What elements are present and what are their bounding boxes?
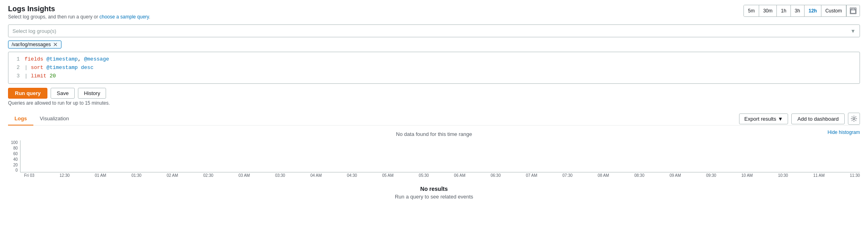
query-line-1-content: fields @timestamp, @message xyxy=(25,55,109,64)
x-label-0530: 05:30 xyxy=(419,173,429,178)
log-group-selector[interactable]: Select log group(s) ▼ xyxy=(8,24,860,37)
remove-tag-button[interactable]: ✕ xyxy=(53,42,58,47)
x-label-0230: 02:30 xyxy=(203,173,213,178)
hide-histogram-link[interactable]: Hide histogram xyxy=(827,130,860,135)
time-range-bar: 5m 30m 1h 3h 12h Custom xyxy=(743,5,860,17)
export-results-button[interactable]: Export results ▼ xyxy=(739,113,788,124)
save-button[interactable]: Save xyxy=(51,88,75,99)
query-line-3: 3 | limit 20 xyxy=(13,72,855,81)
dropdown-arrow-icon: ▼ xyxy=(850,28,856,34)
y-label-100: 100 xyxy=(11,140,18,145)
tabs-right: Export results ▼ Add to dashboard xyxy=(739,113,860,125)
y-axis: 100 80 60 40 20 0 xyxy=(8,140,20,172)
subtitle: Select log groups, and then run a query … xyxy=(8,14,150,20)
x-label-03am: 03 AM xyxy=(239,173,250,178)
time-5m[interactable]: 5m xyxy=(744,5,759,16)
calendar-icon xyxy=(850,8,856,14)
x-label-0830: 08:30 xyxy=(634,173,644,178)
x-label-1230: 12:30 xyxy=(59,173,69,178)
log-group-placeholder: Select log group(s) xyxy=(12,28,56,34)
x-label-fri03: Fri 03 xyxy=(24,173,35,178)
line-number-2: 2 xyxy=(13,64,20,72)
y-label-40: 40 xyxy=(13,157,18,162)
y-label-0: 0 xyxy=(15,168,18,172)
y-label-60: 60 xyxy=(13,152,18,156)
no-data-message: No data found for this time range xyxy=(8,130,860,140)
export-results-label: Export results xyxy=(744,116,776,122)
query-note: Queries are allowed to run for up to 15 … xyxy=(8,100,860,106)
calendar-button[interactable] xyxy=(846,5,860,16)
run-query-button[interactable]: Run query xyxy=(8,88,47,99)
x-label-0930: 09:30 xyxy=(706,173,716,178)
tabs-row: Logs Visualization Export results ▼ Add … xyxy=(8,112,860,126)
y-label-80: 80 xyxy=(13,146,18,150)
query-line-1: 1 fields @timestamp, @message xyxy=(13,55,855,64)
log-group-tag: /var/log/messages ✕ xyxy=(8,40,61,49)
x-label-11am: 11 AM xyxy=(813,173,825,178)
header-row: Logs Insights Select log groups, and the… xyxy=(8,5,860,20)
no-results-title: No results xyxy=(8,186,860,192)
query-line-2-content: | sort @timestamp desc xyxy=(25,64,94,72)
tab-visualization[interactable]: Visualization xyxy=(33,112,76,126)
query-line-3-content: | limit 20 xyxy=(25,72,56,81)
line-number-1: 1 xyxy=(13,55,20,64)
chart-wrapper: 100 80 60 40 20 0 xyxy=(8,140,860,172)
x-label-01am: 01 AM xyxy=(95,173,106,178)
x-label-05am: 05 AM xyxy=(382,173,394,178)
sample-query-link[interactable]: choose a sample query xyxy=(100,14,149,20)
page-container: Logs Insights Select log groups, and the… xyxy=(0,0,868,247)
x-label-1130: 11:30 xyxy=(850,173,860,178)
export-dropdown-icon: ▼ xyxy=(778,116,783,122)
x-label-02am: 02 AM xyxy=(167,173,178,178)
histogram-container: No data found for this time range Hide h… xyxy=(8,126,860,178)
gear-icon xyxy=(851,115,857,122)
x-label-04am: 04 AM xyxy=(310,173,322,178)
x-label-09am: 09 AM xyxy=(670,173,681,178)
svg-point-4 xyxy=(853,118,855,120)
chart-plot xyxy=(20,140,860,172)
settings-button[interactable] xyxy=(848,113,860,125)
log-group-tags: /var/log/messages ✕ xyxy=(8,40,860,49)
svg-rect-0 xyxy=(851,9,856,13)
x-label-10am: 10 AM xyxy=(741,173,753,178)
x-label-07am: 07 AM xyxy=(526,173,537,178)
x-axis-labels: Fri 03 12:30 01 AM 01:30 02 AM 02:30 03 … xyxy=(24,172,860,178)
x-label-0430: 04:30 xyxy=(347,173,357,178)
history-button[interactable]: History xyxy=(78,88,106,99)
no-results-subtitle: Run a query to see related events xyxy=(8,194,860,200)
add-to-dashboard-button[interactable]: Add to dashboard xyxy=(791,113,845,124)
x-label-0630: 06:30 xyxy=(490,173,500,178)
title-block: Logs Insights Select log groups, and the… xyxy=(8,5,150,20)
tab-logs[interactable]: Logs xyxy=(8,112,33,126)
buttons-row: Run query Save History xyxy=(8,88,860,99)
x-label-1030: 10:30 xyxy=(778,173,788,178)
time-12h[interactable]: 12h xyxy=(805,5,821,16)
time-3h[interactable]: 3h xyxy=(791,5,805,16)
y-label-20: 20 xyxy=(13,163,18,167)
no-results: No results Run a query to see related ev… xyxy=(8,178,860,208)
x-label-06am: 06 AM xyxy=(454,173,465,178)
line-number-3: 3 xyxy=(13,72,20,81)
time-1h[interactable]: 1h xyxy=(777,5,790,16)
query-line-2: 2 | sort @timestamp desc xyxy=(13,64,855,72)
time-30m[interactable]: 30m xyxy=(759,5,777,16)
x-label-0130: 01:30 xyxy=(131,173,141,178)
x-label-08am: 08 AM xyxy=(598,173,609,178)
tabs-left: Logs Visualization xyxy=(8,112,76,125)
page-title: Logs Insights xyxy=(8,5,150,13)
time-custom[interactable]: Custom xyxy=(821,5,846,16)
query-editor[interactable]: 1 fields @timestamp, @message 2 | sort @… xyxy=(8,52,860,84)
x-label-0730: 07:30 xyxy=(562,173,572,178)
log-group-tag-name: /var/log/messages xyxy=(12,42,51,47)
x-label-0330: 03:30 xyxy=(275,173,285,178)
